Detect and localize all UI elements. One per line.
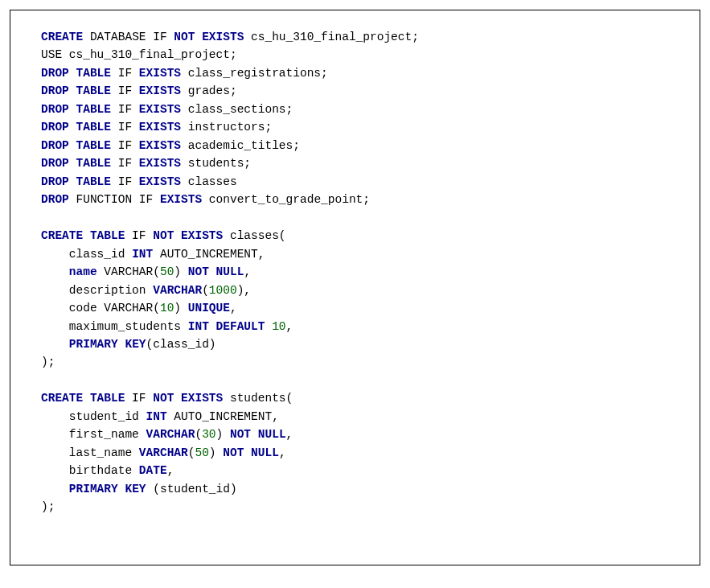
code-token — [41, 265, 69, 278]
code-token: ( — [202, 284, 209, 297]
code-token: DROP — [41, 193, 69, 206]
code-token: , — [244, 265, 251, 278]
code-token: DROP TABLE — [41, 67, 111, 80]
code-token: classes( — [223, 229, 285, 242]
code-token: IF — [125, 229, 153, 242]
code-token: USE cs_hu_310_final_project; — [41, 48, 237, 61]
code-token: DROP TABLE — [41, 103, 111, 116]
code-token: AUTO_INCREMENT, — [167, 410, 279, 423]
code-token: IF — [111, 121, 139, 134]
code-token: birthdate — [41, 464, 139, 477]
code-token: maximum_students — [41, 320, 188, 333]
code-token: , — [167, 464, 174, 477]
code-token: EXISTS — [139, 103, 181, 116]
code-token: (student_id) — [146, 483, 237, 495]
code-token: NOT EXISTS — [174, 31, 244, 43]
code-token: (class_id) — [146, 338, 216, 351]
code-token: NOT EXISTS — [153, 229, 223, 242]
code-token: class_sections; — [181, 103, 293, 116]
code-token: DATABASE IF — [83, 31, 174, 43]
code-token: cs_hu_310_final_project; — [244, 31, 419, 43]
code-token: INT DEFAULT — [188, 320, 265, 333]
code-token: instructors; — [181, 121, 272, 134]
code-token: description — [41, 284, 153, 297]
code-token: DROP TABLE — [41, 121, 111, 134]
code-token: VARCHAR( — [97, 265, 160, 278]
code-token: PRIMARY KEY — [69, 483, 146, 495]
code-token: DROP TABLE — [41, 157, 111, 170]
code-token: , — [230, 302, 237, 315]
code-token: grades; — [181, 84, 237, 97]
code-token: IF — [111, 157, 139, 170]
code-token: IF — [111, 103, 139, 116]
code-token: EXISTS — [160, 193, 202, 206]
code-token: CREATE TABLE — [41, 392, 125, 405]
code-token: DATE — [139, 464, 167, 477]
code-token: ( — [195, 428, 202, 441]
code-token: EXISTS — [139, 175, 181, 188]
code-token: NOT EXISTS — [153, 392, 223, 405]
code-token: VARCHAR — [146, 428, 195, 441]
code-token: class_registrations; — [181, 67, 328, 80]
code-token: 30 — [202, 428, 215, 441]
code-token: name — [69, 265, 97, 278]
code-token: ) — [216, 428, 230, 441]
code-token: EXISTS — [139, 67, 181, 80]
code-token: FUNCTION IF — [69, 193, 160, 206]
code-token: ) — [174, 302, 187, 315]
code-token: ); — [41, 356, 55, 368]
code-token: students( — [223, 392, 293, 405]
code-token: VARCHAR — [139, 446, 188, 459]
code-token: 1000 — [209, 284, 237, 297]
code-token: CREATE — [41, 31, 83, 43]
code-token: CREATE TABLE — [41, 229, 125, 242]
code-token: 10 — [272, 320, 285, 333]
code-token: student_id — [41, 410, 146, 423]
code-token: ) — [209, 446, 223, 459]
code-token: UNIQUE — [188, 302, 230, 315]
code-token: 50 — [195, 446, 208, 459]
code-token: INT — [132, 248, 153, 261]
code-token: IF — [111, 84, 139, 97]
code-token: EXISTS — [139, 139, 181, 152]
code-token: class_id — [41, 248, 132, 261]
code-token: academic_titles; — [181, 139, 300, 152]
code-token: 10 — [160, 302, 174, 315]
code-token: IF — [111, 139, 139, 152]
code-token: DROP TABLE — [41, 175, 111, 188]
code-token: convert_to_grade_point; — [202, 193, 370, 206]
code-token: DROP TABLE — [41, 139, 111, 152]
code-token: VARCHAR — [153, 284, 202, 297]
code-token: first_name — [41, 428, 146, 441]
code-token: ), — [237, 284, 251, 297]
code-block: CREATE DATABASE IF NOT EXISTS cs_hu_310_… — [10, 10, 700, 565]
code-token: AUTO_INCREMENT, — [153, 248, 265, 261]
code-token: DROP TABLE — [41, 84, 111, 97]
code-token — [41, 483, 69, 495]
code-token: last_name — [41, 446, 139, 459]
code-token: NOT NULL — [223, 446, 279, 459]
code-token: NOT NULL — [188, 265, 244, 278]
code-token: ) — [174, 265, 187, 278]
code-token: classes — [181, 175, 237, 188]
code-token: code VARCHAR( — [41, 302, 160, 315]
code-token: NOT NULL — [230, 428, 286, 441]
code-token: IF — [111, 67, 139, 80]
code-token: IF — [125, 392, 153, 405]
code-token: EXISTS — [139, 157, 181, 170]
code-token — [41, 338, 69, 351]
code-token: IF — [111, 175, 139, 188]
code-token — [265, 320, 272, 333]
code-token: EXISTS — [139, 84, 181, 97]
code-token: EXISTS — [139, 121, 181, 134]
code-token: , — [279, 446, 286, 459]
code-token: INT — [146, 410, 167, 423]
code-token: , — [286, 320, 293, 333]
code-token: PRIMARY KEY — [69, 338, 146, 351]
code-token: , — [286, 428, 293, 441]
code-token: ); — [41, 500, 55, 513]
code-token: 50 — [160, 265, 174, 278]
code-token: students; — [181, 157, 251, 170]
